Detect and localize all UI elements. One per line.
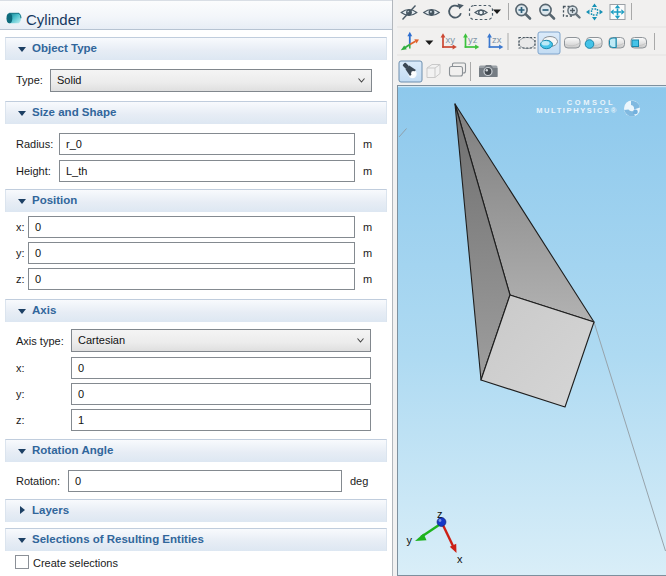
svg-text:yz: yz xyxy=(468,34,478,45)
svg-text:y: y xyxy=(407,534,413,546)
svg-text:MULTIPHYSICS®: MULTIPHYSICS® xyxy=(536,106,618,115)
svg-text:x: x xyxy=(457,553,463,565)
svg-text:xy: xy xyxy=(446,34,456,45)
svg-text:zx: zx xyxy=(492,34,502,45)
svg-text:z: z xyxy=(437,508,443,520)
